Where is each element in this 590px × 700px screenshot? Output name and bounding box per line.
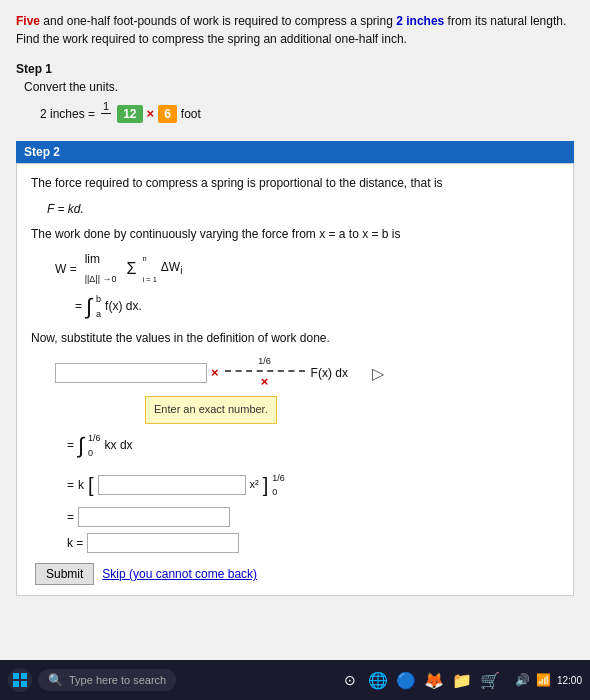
now-text: Now, substitute the values in the defini… [31, 329, 559, 348]
conversion-label: 2 inches = [40, 107, 95, 121]
store-icon[interactable]: 🛒 [479, 669, 501, 691]
eq1: = [67, 436, 74, 455]
problem-statement: Five and one-half foot-pounds of work is… [16, 12, 574, 48]
integral-sign: ∫ [86, 296, 92, 318]
fx-label: F(x) dx [311, 364, 348, 383]
button-area: Submit Skip (you cannot come back) [31, 563, 559, 585]
step2-content: The force required to compress a spring … [16, 163, 574, 596]
sigma-top: n [142, 254, 146, 263]
search-icon: 🔍 [48, 673, 63, 687]
search-placeholder: Type here to search [69, 674, 166, 686]
int-limits2: 1/6 0 [88, 431, 101, 460]
browser-icon[interactable]: 🌐 [367, 669, 389, 691]
search-bar[interactable]: 🔍 Type here to search [38, 669, 176, 691]
firefox-icon[interactable]: 🦊 [423, 669, 445, 691]
bracket-right: ] [263, 469, 269, 501]
work-row-lim: W = lim ||Δ|| →0 Σ n i = 1 ΔWi [55, 250, 559, 288]
step2-text2: The work done by continuously varying th… [31, 225, 559, 244]
delta-w: ΔWi [161, 258, 183, 279]
int-row-kx: = ∫ 1/6 0 kx dx [67, 428, 559, 463]
x-sq: x² [250, 476, 259, 494]
conversion-row: 2 inches = 1 12 × 6 foot [40, 100, 574, 127]
step2-text1: The force required to compress a spring … [31, 174, 559, 193]
integral-lower: a [96, 307, 101, 321]
int-lower2: 0 [88, 446, 101, 460]
info-icon: ▷ [372, 361, 384, 387]
eq-integral: = [75, 297, 82, 316]
step1-label: Step 1 [16, 62, 574, 76]
work-row-integral: = ∫ b a f(x) dx. [75, 292, 559, 321]
eval-lower: 0 [272, 485, 285, 499]
svg-rect-0 [13, 673, 19, 679]
integral-sign2: ∫ [78, 428, 84, 463]
circle-icon[interactable]: ⊙ [339, 669, 361, 691]
work-input-field[interactable] [55, 363, 207, 383]
eq2: = [67, 476, 74, 495]
work-input-row: × 1/6 × F(x) dx ▷ Enter an exact number. [55, 354, 559, 424]
kx-label: kx dx [105, 436, 133, 455]
unit-label: foot [181, 107, 201, 121]
edge-icon[interactable]: 🔵 [395, 669, 417, 691]
problem-blue-text: 2 inches [396, 14, 444, 28]
int-row-k: = [67, 507, 559, 527]
k-label: k [78, 476, 84, 495]
screen: Five and one-half foot-pounds of work is… [0, 0, 590, 700]
lim-sub: ||Δ|| →0 [85, 274, 117, 284]
eq3: = [67, 508, 74, 527]
fraction: 1 [101, 100, 111, 127]
int-upper2: 1/6 [88, 431, 101, 445]
dashed-x: × [261, 372, 269, 393]
sigma-bot: i = 1 [142, 275, 156, 284]
fraction-numerator: 1 [101, 100, 111, 114]
svg-rect-2 [13, 681, 19, 687]
k-value-input[interactable] [87, 533, 239, 553]
submit-button[interactable]: Submit [35, 563, 94, 585]
lim-label: lim ||Δ|| →0 [85, 250, 117, 288]
tray-icon2: 📶 [536, 673, 551, 687]
sigma-limits: n i = 1 [142, 253, 156, 286]
svg-rect-3 [21, 681, 27, 687]
problem-red-text: Five [16, 14, 40, 28]
fraction-denominator [103, 114, 110, 127]
sigma-symbol: Σ [127, 256, 137, 282]
tooltip-text: Enter an exact number. [154, 403, 268, 415]
eval-limits: 1/6 0 [272, 471, 285, 500]
eval-upper: 1/6 [272, 471, 285, 485]
k-result-input[interactable] [78, 507, 230, 527]
folder-icon[interactable]: 📁 [451, 669, 473, 691]
step1-instruction: Convert the units. [24, 80, 574, 94]
problem-text1: and one-half foot-pounds of work is requ… [40, 14, 396, 28]
system-tray: 🔊 📶 12:00 [515, 673, 582, 687]
clock: 12:00 [557, 675, 582, 686]
input-integral-row: × 1/6 × F(x) dx ▷ [55, 354, 559, 392]
w-equation: W = lim ||Δ|| →0 Σ n i = 1 ΔWi = ∫ [55, 250, 559, 321]
integral-upper: b [96, 292, 101, 306]
bracket-left: [ [88, 469, 94, 501]
tray-icon1: 🔊 [515, 673, 530, 687]
content-area: Five and one-half foot-pounds of work is… [0, 0, 590, 660]
int-upper-val: 1/6 [258, 354, 271, 368]
taskbar: 🔍 Type here to search ⊙ 🌐 🔵 🦊 📁 🛒 🔊 📶 12… [0, 660, 590, 700]
integrand: f(x) dx. [105, 297, 142, 316]
int-row-eval: = k [ x² ] 1/6 0 [67, 469, 559, 501]
step2-label: Step 2 [24, 145, 60, 159]
tooltip-area: Enter an exact number. [145, 394, 559, 424]
w-eq-label: W = [55, 260, 77, 279]
svg-rect-1 [21, 673, 27, 679]
step2-header: Step 2 [16, 141, 574, 163]
x-sq-input[interactable] [98, 475, 246, 495]
times-red: × [211, 363, 219, 384]
lim-text: lim [85, 252, 100, 266]
windows-button[interactable] [8, 668, 32, 692]
box-orange: 6 [158, 105, 177, 123]
times-symbol: × [147, 106, 155, 121]
box-green: 12 [117, 105, 142, 123]
formula1: F = kd. [47, 200, 559, 219]
kx-integral-row: = ∫ 1/6 0 kx dx = k [ x² ] [67, 428, 559, 553]
tooltip-box: Enter an exact number. [145, 396, 277, 424]
skip-button[interactable]: Skip (you cannot come back) [102, 563, 257, 585]
int-upper-label: 1/6 × [223, 354, 307, 392]
subscript-i: i [180, 266, 182, 277]
k-eq-label: k = [67, 534, 83, 553]
int-row-k-eq: k = [67, 533, 559, 553]
